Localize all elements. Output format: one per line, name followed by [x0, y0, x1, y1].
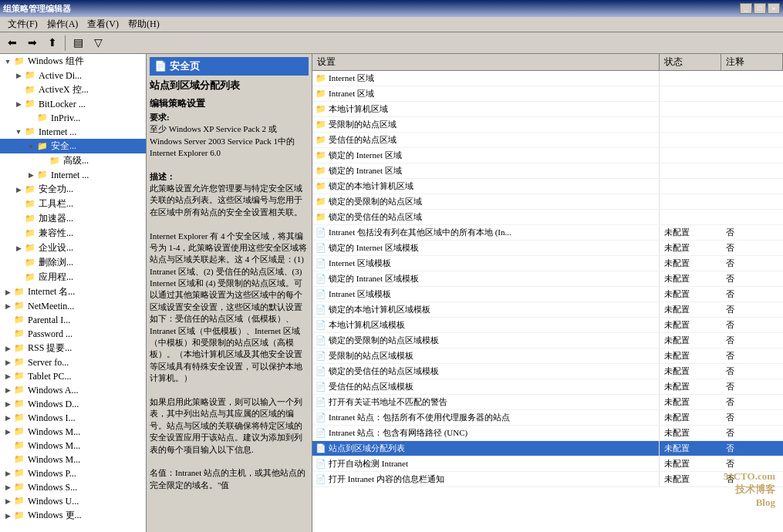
setting-name-trusted: 受信任的站点区域 [329, 134, 397, 146]
tree-label-bitlocker: BitLocker ... [39, 99, 86, 110]
settings-row-intranet[interactable]: 📁 Intranet 区域 [312, 86, 783, 102]
expander-compat [12, 227, 25, 240]
settings-row-internet-tmpl[interactable]: 📄 Internet 区域模板 未配置 否 [312, 256, 783, 271]
expander-windowsm2 [2, 439, 14, 452]
expander-secfunc: ▶ [12, 184, 25, 196]
settings-row-locked-internet-tmpl[interactable]: 📄 锁定的 Internet 区域模板 未配置 否 [312, 241, 783, 256]
show-hide-button[interactable]: ▤ [69, 35, 87, 52]
minimize-button[interactable]: _ [740, 3, 752, 14]
settings-note-locked-local-tmpl: 否 [721, 302, 783, 317]
settings-row-locked-restricted-tmpl[interactable]: 📄 锁定的受限制的站点区域模板 未配置 否 [312, 333, 783, 348]
setting-name-internet-tmpl: Internet 区域模板 [329, 258, 391, 269]
tree-item-windowsm3[interactable]: 📁 Windows M... [0, 453, 146, 466]
settings-row-local-tmpl[interactable]: 📄 本地计算机区域模板 未配置 否 [312, 318, 783, 333]
forward-button[interactable]: ➡ [23, 35, 42, 52]
up-button[interactable]: ⬆ [43, 35, 62, 52]
header-note: 注释 [721, 54, 783, 70]
settings-row-locked-internet[interactable]: 📁 锁定的 Internet 区域 [312, 148, 783, 163]
folder-icon-windowsd: 📁 [14, 399, 26, 409]
tree-item-security[interactable]: ▼ 📁 安全... [0, 139, 146, 153]
settings-row-local[interactable]: 📁 本地计算机区域 [312, 102, 783, 117]
tree-item-windowsg[interactable]: ▶ 📁 Windows 更... [0, 508, 146, 523]
settings-row-cert-warning[interactable]: 📄 打开有关证书地址不匹配的警告 未配置 否 [312, 395, 783, 410]
tree-item-tablet[interactable]: ▶ 📁 Tablet PC... [0, 369, 146, 383]
tree-item-activex[interactable]: 📁 ActiveX 控... [0, 82, 146, 97]
settings-row-intranet-tmpl[interactable]: 📄 Intranet 区域模板 未配置 否 [312, 287, 783, 302]
settings-status-locked-trusted-tmpl: 未配置 [660, 364, 721, 379]
tree-item-compat[interactable]: 📁 兼容性... [0, 226, 146, 241]
settings-cell-cert-warning: 📄 打开有关证书地址不匹配的警告 [312, 395, 660, 409]
tree-label-advanced: 高级... [63, 154, 89, 167]
menu-action[interactable]: 操作(A) [42, 16, 83, 32]
setting-name-locked-internet: 锁定的 Internet 区域 [329, 150, 402, 161]
tree-item-windowss[interactable]: ▶ 📁 Windows S... [0, 480, 146, 494]
folder-icon-activedi: 📁 [25, 70, 37, 81]
settings-row-unc[interactable]: 📄 Intranet 站点：包含有网络路径 (UNC) 未配置 否 [312, 426, 783, 441]
setting-name-site-zone: 站点到区域分配列表 [329, 443, 405, 454]
back-button[interactable]: ⬅ [3, 35, 22, 52]
tree-label-inpriv: InPriv... [51, 113, 80, 124]
tree-root[interactable]: ▼ 📁 Windows 组件 [0, 54, 146, 69]
settings-status-locked-internet-tmpl: 未配置 [660, 241, 721, 255]
menu-help[interactable]: 帮助(H) [123, 16, 164, 32]
settings-row-locked-local-tmpl[interactable]: 📄 锁定的本地计算机区域模板 未配置 否 [312, 302, 783, 318]
settings-row-locked-local[interactable]: 📁 锁定的本地计算机区域 [312, 179, 783, 194]
tree-item-windowsi[interactable]: ▶ 📁 Windows I... [0, 411, 146, 425]
tree-item-netmeeting[interactable]: ▶ 📁 NetMeetin... [0, 299, 146, 313]
tree-item-delete[interactable]: 📁 删除浏... [0, 255, 146, 270]
tree-item-server[interactable]: ▶ 📁 Server fo... [0, 355, 146, 369]
tree-item-bitlocker[interactable]: ▶ 📁 BitLocker ... [0, 97, 146, 111]
tree-item-inpriv[interactable]: 📁 InPriv... [0, 111, 146, 125]
expander-windowss: ▶ [2, 481, 14, 493]
settings-row-restricted-tmpl[interactable]: 📄 受限制的站点区域模板 未配置 否 [312, 348, 783, 364]
tree-item-parental[interactable]: 📁 Parental I... [0, 313, 146, 327]
settings-row-no-proxy[interactable]: 📄 Intranet 站点：包括所有不使用代理服务器的站点 未配置 否 [312, 410, 783, 426]
tree-item-internetname[interactable]: ▶ 📁 Internet 名... [0, 285, 146, 299]
filter-button[interactable]: ▽ [89, 35, 107, 52]
tree-item-password[interactable]: 📁 Password ... [0, 327, 146, 341]
tree-item-windowsp[interactable]: ▶ 📁 Windows P... [0, 466, 146, 480]
settings-row-locked-trusted[interactable]: 📁 锁定的受信任的站点区域 [312, 210, 783, 225]
settings-row-auto-detect[interactable]: 📄 打开自动检测 Intranet 未配置 否 [312, 456, 783, 472]
tree-panel: ▼ 📁 Windows 组件 ▶ 📁 Active Di... 📁 Active… [0, 54, 147, 532]
settings-row-locked-intranet[interactable]: 📁 锁定的 Intranet 区域 [312, 163, 783, 179]
settings-status-intranet-tmpl: 未配置 [660, 287, 721, 301]
settings-row-intranet-local[interactable]: 📄 Intranet 包括没有列在其他区域中的所有本地 (In... 未配置 否 [312, 225, 783, 241]
tree-item-windowsa[interactable]: ▶ 📁 Windows A... [0, 383, 146, 397]
tree-item-enterprise[interactable]: ▶ 📁 企业设... [0, 241, 146, 255]
settings-cell-unc: 📄 Intranet 站点：包含有网络路径 (UNC) [312, 426, 660, 440]
settings-cell-intranet: 📁 Intranet 区域 [312, 86, 660, 101]
settings-row-restricted[interactable]: 📁 受限制的站点区域 [312, 117, 783, 133]
tree-item-activedi[interactable]: ▶ 📁 Active Di... [0, 69, 146, 82]
tree-item-windowsm1[interactable]: ▶ 📁 Windows M... [0, 425, 146, 439]
tree-item-advanced[interactable]: 📁 高级... [0, 153, 146, 168]
settings-row-locked-restricted[interactable]: 📁 锁定的受限制的站点区域 [312, 194, 783, 210]
tree-item-windowsu[interactable]: ▶ 📁 Windows U... [0, 494, 146, 508]
settings-cell-locked-restricted: 📁 锁定的受限制的站点区域 [312, 194, 660, 209]
settings-row-trusted-tmpl[interactable]: 📄 受信任的站点区域模板 未配置 否 [312, 379, 783, 395]
folder-icon-delete: 📁 [25, 258, 37, 268]
expander-activex [12, 84, 25, 96]
tree-item-app[interactable]: 📁 应用程... [0, 270, 146, 285]
tree-item-internet[interactable]: ▼ 📁 Internet ... [0, 125, 146, 139]
settings-row-locked-intranet-tmpl[interactable]: 📄 锁定的 Intranet 区域模板 未配置 否 [312, 271, 783, 287]
tree-item-accelerator[interactable]: 📁 加速器... [0, 211, 146, 226]
close-button[interactable]: × [768, 3, 780, 14]
tree-item-rss[interactable]: ▶ 📁 RSS 提要... [0, 341, 146, 355]
menu-view[interactable]: 查看(V) [83, 16, 123, 32]
maximize-button[interactable]: □ [754, 3, 766, 14]
menu-file[interactable]: 文件(F) [3, 16, 42, 32]
settings-row-trusted[interactable]: 📁 受信任的站点区域 [312, 133, 783, 148]
tree-item-windowsd[interactable]: ▶ 📁 Windows D... [0, 397, 146, 411]
settings-status-site-zone: 未配置 [660, 441, 721, 456]
settings-row-site-zone[interactable]: 📄 站点到区域分配列表 未配置 否 [312, 441, 783, 456]
tree-item-internet2[interactable]: ▶ 📁 Internet ... [0, 168, 146, 182]
settings-row-internet[interactable]: 📁 Internet 区域 [312, 71, 783, 86]
settings-cell-locked-internet-tmpl: 📄 锁定的 Internet 区域模板 [312, 241, 660, 255]
tree-item-secfunc[interactable]: ▶ 📁 安全功... [0, 182, 146, 197]
setting-name-intranet-notify: 打开 Intranet 内容的信息栏通知 [329, 473, 444, 485]
settings-row-locked-trusted-tmpl[interactable]: 📄 锁定的受信任的站点区域模板 未配置 否 [312, 364, 783, 379]
settings-row-intranet-notify[interactable]: 📄 打开 Intranet 内容的信息栏通知 未配置 否 [312, 472, 783, 487]
tree-item-toolbar[interactable]: 📁 工具栏... [0, 197, 146, 211]
tree-item-windowsm2[interactable]: 📁 Windows M... [0, 439, 146, 453]
